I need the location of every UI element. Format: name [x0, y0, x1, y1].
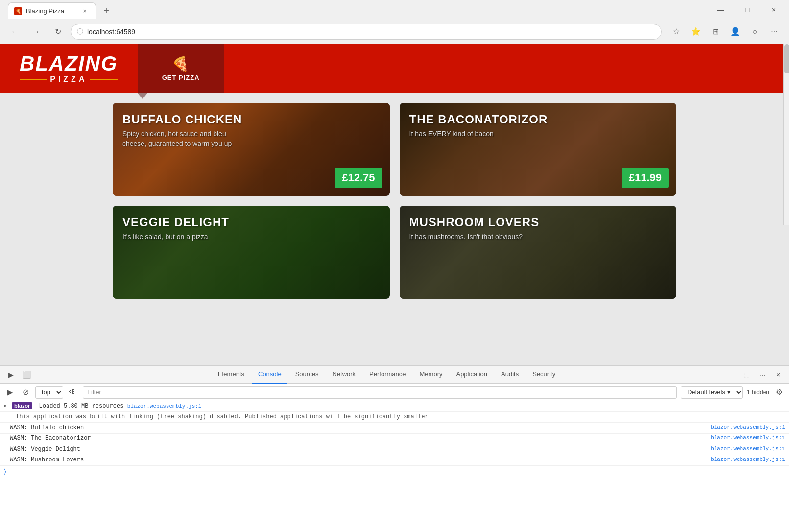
nav-item-wrapper: 🍕 GET PIZZA: [138, 44, 224, 93]
pizza-name-veggie: VEGGIE DELIGHT: [122, 216, 380, 229]
log-wasm-veggie: WASM: Veggie Delight: [10, 446, 80, 453]
log-content-buffalo: WASM: Buffalo chicken: [10, 424, 711, 431]
blazor-badge: blazor: [12, 402, 32, 409]
close-button[interactable]: ×: [763, 2, 785, 18]
logo-pizza-text: PIZZA: [50, 75, 87, 84]
log-entry-mushroom: WASM: Mushroom Lovers blazor.webassembly…: [0, 455, 789, 466]
title-bar: 🍕 Blazing Pizza × + — □ ×: [0, 0, 789, 20]
tab-audits[interactable]: Audits: [495, 366, 525, 384]
extensions-button[interactable]: ⊞: [707, 23, 724, 41]
pizza-card-bacon[interactable]: THE BACONATORIZOR It has EVERY kind of b…: [400, 103, 677, 196]
log-levels-selector[interactable]: Default levels ▾: [681, 386, 743, 399]
log-entry-blazor: ▶ blazor Loaded 5.80 MB resources blazor…: [0, 401, 789, 412]
tab-title: Blazing Pizza: [26, 7, 76, 15]
console-cursor-line[interactable]: 〉: [0, 466, 789, 478]
pizza-price-bacon[interactable]: £11.99: [622, 168, 669, 188]
tab-network[interactable]: Network: [326, 366, 361, 384]
tab-elements[interactable]: Elements: [212, 366, 250, 384]
pizza-name-buffalo: BUFFALO CHICKEN: [122, 113, 380, 126]
log-entry-baconatorizor: WASM: The Baconatorizor blazor.webassemb…: [0, 434, 789, 444]
device-tool-icon[interactable]: ⬜: [20, 368, 33, 382]
info-icon: ⓘ: [77, 27, 83, 36]
filter-input[interactable]: [83, 386, 677, 399]
scrollbar[interactable]: [783, 44, 789, 225]
log-entry-buffalo: WASM: Buffalo chicken blazor.webassembly…: [0, 423, 789, 434]
tab-memory[interactable]: Memory: [414, 366, 449, 384]
log-entry-veggie: WASM: Veggie Delight blazor.webassembly.…: [0, 444, 789, 455]
hidden-count: 1 hidden: [747, 389, 769, 396]
toolbar-icons: ☆ ⭐ ⊞ 👤 ○ ···: [668, 23, 783, 41]
favorites-button[interactable]: ☆: [668, 23, 685, 41]
tab-bar: 🍕 Blazing Pizza × +: [4, 0, 710, 19]
tab-performance[interactable]: Performance: [363, 366, 411, 384]
pizza-slice-icon: 🍕: [172, 56, 190, 72]
dock-icon[interactable]: ⬚: [740, 368, 754, 382]
logo: BLAZING PIZZA: [20, 53, 118, 84]
tab-console[interactable]: Console: [252, 366, 287, 384]
pizza-card-veggie[interactable]: VEGGIE DELIGHT It's like salad, but on a…: [113, 206, 390, 299]
devtools-toolbar: ▶ ⬜ Elements Console Sources Network Per…: [0, 366, 789, 384]
devtools-tools: ▶ ⬜: [4, 368, 33, 382]
logo-pizza: PIZZA: [20, 75, 118, 84]
logo-blazing: BLAZING: [20, 53, 118, 74]
browser-tab[interactable]: 🍕 Blazing Pizza ×: [8, 2, 96, 19]
get-pizza-nav[interactable]: 🍕 GET PIZZA: [138, 44, 224, 93]
new-tab-button[interactable]: +: [98, 2, 115, 19]
log-content-blazor: blazor Loaded 5.80 MB resources blazor.w…: [12, 403, 785, 410]
url-text: localhost:64589: [87, 28, 655, 36]
cursor-tool-icon[interactable]: ▶: [4, 368, 18, 382]
scrollbar-thumb[interactable]: [784, 44, 789, 73]
url-bar[interactable]: ⓘ localhost:64589: [71, 24, 662, 40]
log-entry-blazor-detail: This application was built with linking …: [0, 412, 789, 423]
tab-security[interactable]: Security: [526, 366, 561, 384]
tab-close-button[interactable]: ×: [80, 6, 90, 16]
block-icon[interactable]: ⊘: [20, 387, 31, 398]
context-selector[interactable]: top: [35, 386, 63, 399]
log-source-link-2[interactable]: blazor.webassembly.js:1: [711, 435, 785, 441]
log-source-link-1[interactable]: blazor.webassembly.js:1: [711, 424, 785, 430]
tab-favicon: 🍕: [14, 7, 22, 15]
maximize-button[interactable]: □: [736, 2, 759, 18]
devtools-log: ▶ blazor Loaded 5.80 MB resources blazor…: [0, 401, 789, 532]
log-source-link-3[interactable]: blazor.webassembly.js:1: [711, 446, 785, 452]
log-source-link-4[interactable]: blazor.webassembly.js:1: [711, 457, 785, 462]
more-icon[interactable]: ···: [756, 368, 769, 382]
site-header: BLAZING PIZZA 🍕 GET PIZZA: [0, 44, 789, 93]
reload-button[interactable]: ↻: [49, 23, 67, 41]
pizza-name-mushroom: MUSHROOM LOVERS: [409, 216, 667, 229]
pizza-content-mushroom: MUSHROOM LOVERS It has mushrooms. Isn't …: [400, 206, 677, 299]
account-button[interactable]: ○: [746, 23, 764, 41]
log-content-veggie: WASM: Veggie Delight: [10, 446, 711, 453]
pizza-card-mushroom[interactable]: MUSHROOM LOVERS It has mushrooms. Isn't …: [400, 206, 677, 299]
log-blazor-main: Loaded 5.80 MB resources: [39, 403, 124, 410]
execute-button[interactable]: ▶: [4, 387, 16, 398]
log-wasm-buffalo: WASM: Buffalo chicken: [10, 424, 84, 431]
devtools-close-button[interactable]: ×: [771, 368, 785, 382]
nav-dropdown-arrow: [138, 93, 147, 99]
pizza-desc-bacon: It has EVERY kind of bacon: [409, 129, 532, 139]
window-controls: — □ ×: [710, 2, 785, 18]
logo-line-right: [90, 79, 118, 80]
forward-button[interactable]: →: [27, 23, 45, 41]
console-cursor-icon: 〉: [4, 468, 6, 476]
minimize-button[interactable]: —: [710, 2, 732, 18]
pizza-price-buffalo[interactable]: £12.75: [335, 168, 382, 188]
menu-button[interactable]: ···: [765, 23, 783, 41]
tab-application[interactable]: Application: [450, 366, 493, 384]
pizza-desc-buffalo: Spicy chicken, hot sauce and bleu cheese…: [122, 129, 245, 148]
logo-line-left: [20, 79, 47, 80]
settings-gear-icon[interactable]: ⚙: [773, 387, 785, 398]
pizza-content-veggie: VEGGIE DELIGHT It's like salad, but on a…: [113, 206, 390, 299]
browser-content: BLAZING PIZZA 🍕 GET PIZZA: [0, 44, 789, 532]
collections-button[interactable]: ⭐: [687, 23, 705, 41]
pizza-desc-veggie: It's like salad, but on a pizza: [122, 232, 245, 242]
tab-sources[interactable]: Sources: [289, 366, 325, 384]
expand-icon[interactable]: ▶: [4, 403, 10, 409]
log-wasm-mushroom: WASM: Mushroom Lovers: [10, 457, 84, 463]
browser-frame: 🍕 Blazing Pizza × + — □ × ← → ↻ ⓘ localh…: [0, 0, 789, 532]
profile-button[interactable]: 👤: [726, 23, 744, 41]
eye-icon[interactable]: 👁: [67, 387, 79, 398]
pizza-card-buffalo[interactable]: BUFFALO CHICKEN Spicy chicken, hot sauce…: [113, 103, 390, 196]
back-button[interactable]: ←: [6, 23, 24, 41]
log-source-link-0[interactable]: blazor.webassembly.js:1: [127, 403, 202, 409]
